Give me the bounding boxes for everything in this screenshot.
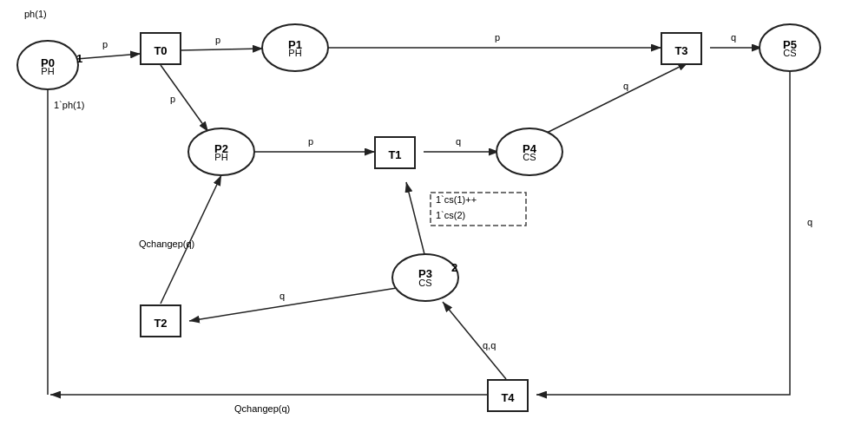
arc-label-ph1: ph(1) (24, 9, 47, 19)
arc-label-p2-t1: p (308, 136, 313, 147)
arc-label-t3-p5: q (731, 32, 736, 43)
place-p5-sublabel: CS (783, 48, 796, 58)
arc-label-t4-p3: q,q (483, 340, 496, 350)
arc-label-p3-t1-2: 1`cs(2) (436, 210, 465, 220)
arc-label-p0-t0: p (102, 39, 108, 49)
place-p2-sublabel: PH (214, 152, 227, 162)
arc-label-p3-t1-1: 1`cs(1)++ (436, 194, 477, 205)
transition-t0-label: T0 (154, 44, 167, 57)
arc-p3-t1 (406, 182, 425, 258)
arc-p0-t0 (76, 54, 141, 59)
arc-label-t0-p2: p (170, 94, 175, 104)
arc-label-p3-t2: q (279, 291, 285, 301)
diagram-container: p p p p q p q q 1`cs(1)++ 1`cs(2) q Qcha… (0, 0, 868, 445)
transition-t3-label: T3 (674, 44, 687, 57)
place-p3-token: 2 (451, 261, 457, 274)
arc-t0-p1 (181, 49, 263, 50)
transition-t2-label: T2 (154, 317, 167, 330)
transition-t4-label: T4 (501, 391, 515, 404)
arc-label-t0-p1: p (215, 35, 220, 45)
arc-p5-t4 (536, 72, 790, 395)
place-p4-sublabel: CS (523, 152, 536, 162)
petri-net-svg: p p p p q p q q 1`cs(1)++ 1`cs(2) q Qcha… (0, 0, 868, 445)
arc-label-t2-p2: Qchangep(q) (139, 239, 194, 249)
place-p1-sublabel: PH (288, 48, 301, 58)
arc-label-p5-t4: q (807, 217, 812, 227)
arc-label-t4-p0: Qchangep(q) (234, 403, 290, 414)
arc-t0-p2 (161, 65, 208, 132)
place-p3-sublabel: CS (418, 278, 431, 288)
arc-label-p4-t3: q (623, 81, 628, 91)
arc-p3-t2 (189, 288, 397, 321)
arc-label-t1-p4: q (456, 136, 461, 147)
arc-p4-t3 (547, 62, 688, 133)
arc-t4-p3 (443, 302, 506, 379)
place-p0-token: 1 (76, 52, 82, 65)
arc-label-p1-t3: p (495, 32, 500, 43)
place-p0-sublabel: PH (41, 66, 54, 76)
arc-label-1ph1: 1`ph(1) (54, 100, 84, 110)
transition-t1-label: T1 (388, 148, 401, 161)
